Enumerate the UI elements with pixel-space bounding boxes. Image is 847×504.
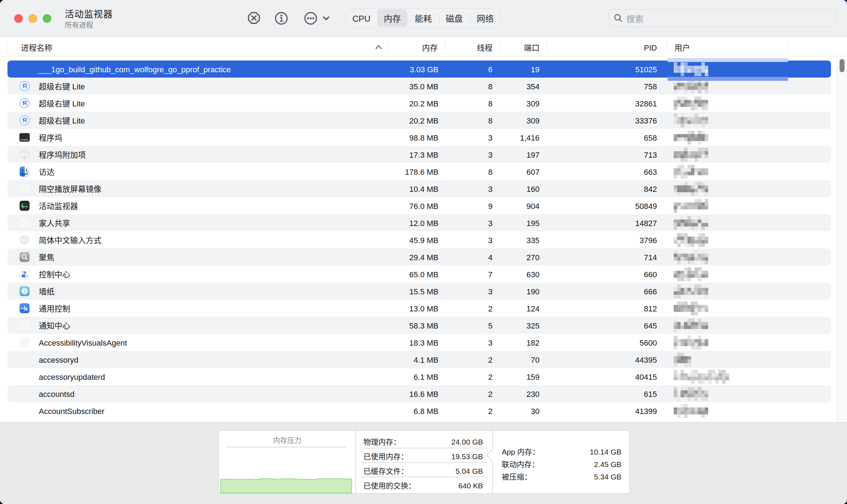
process-memory: 65.0 MB — [409, 266, 438, 283]
tab-cpu[interactable]: CPU — [346, 9, 377, 27]
process-threads: 9 — [488, 197, 493, 214]
process-threads: 3 — [488, 334, 493, 351]
table-row[interactable]: 家人共享 12.0 MB 3 195 14827 — [7, 214, 831, 231]
process-name: 控制中心 — [39, 266, 70, 283]
zoom-window-button[interactable] — [43, 14, 51, 23]
process-ports: 19 — [531, 61, 540, 78]
process-threads: 2 — [488, 385, 493, 402]
process-threads: 8 — [488, 163, 493, 180]
table-row[interactable]: 活动监视器 76.0 MB 9 904 50849 — [7, 197, 831, 214]
process-memory: 6.1 MB — [414, 368, 438, 385]
table-row[interactable]: 程序坞附加项 17.3 MB 3 197 713 — [7, 146, 831, 163]
table-row[interactable]: AccessibilityVisualsAgent 18.3 MB 3 182 … — [7, 334, 831, 351]
view-tabs: CPU 内存 能耗 磁盘 网络 — [346, 8, 501, 28]
process-user-redacted — [674, 387, 708, 403]
table-row[interactable]: 聚焦 29.4 MB 4 270 714 — [7, 248, 831, 266]
table-row[interactable]: 控制中心 65.0 MB 7 630 660 — [7, 266, 831, 283]
process-name: 程序坞 — [39, 129, 62, 146]
table-row[interactable]: 墙纸 15.5 MB 3 190 666 — [7, 283, 831, 300]
more-options-button[interactable] — [302, 10, 335, 26]
inspect-process-button[interactable] — [273, 10, 289, 26]
process-ports: 354 — [526, 78, 540, 95]
tab-memory[interactable]: 内存 — [377, 9, 408, 27]
process-name: 简体中文输入方式 — [39, 231, 101, 248]
stat-swap-used: 已使用的交换：640 KB — [363, 480, 483, 489]
process-threads: 6 — [488, 61, 493, 78]
process-user-redacted — [674, 216, 708, 232]
table-row[interactable]: accountsd 16.6 MB 2 230 615 — [7, 385, 831, 402]
process-memory: 10.4 MB — [409, 180, 438, 197]
process-pid: 5600 — [640, 334, 657, 351]
column-header-memory[interactable]: 内存 — [422, 41, 438, 53]
process-threads: 8 — [488, 78, 493, 95]
process-name: 超级右键 Lite — [39, 112, 85, 129]
table-row[interactable]: 程序坞 98.8 MB 3 1,416 658 — [7, 129, 831, 146]
column-header-threads[interactable]: 线程 — [477, 41, 493, 53]
process-user-redacted — [674, 284, 708, 300]
segment-separator — [439, 14, 440, 23]
column-header-pid[interactable]: PID — [644, 41, 657, 53]
process-pid: 812 — [644, 300, 657, 317]
stat-label: 被压缩： — [502, 471, 532, 482]
quit-process-button[interactable] — [246, 10, 262, 26]
process-threads: 8 — [488, 112, 493, 129]
process-pid: 645 — [644, 317, 657, 334]
process-user-redacted — [674, 182, 708, 198]
process-threads: 2 — [488, 300, 493, 317]
table-row[interactable]: 隔空播放屏幕镜像 10.4 MB 3 160 842 — [7, 180, 831, 197]
process-user-redacted — [674, 62, 708, 78]
table-row[interactable]: 简体中文输入方式 45.9 MB 3 335 3796 — [7, 231, 831, 248]
process-name: 家人共享 — [39, 214, 70, 231]
title-block: 活动监视器 所有进程 — [65, 9, 113, 29]
process-memory: 45.9 MB — [409, 231, 438, 248]
table-row[interactable]: R 超级右键 Lite 20.2 MB 8 309 33376 — [7, 112, 831, 129]
table-row[interactable]: 通用控制 13.0 MB 2 124 812 — [7, 300, 831, 317]
process-ports: 1,416 — [520, 129, 540, 146]
process-ports: 197 — [526, 146, 540, 163]
table-row[interactable]: 访达 178.6 MB 8 607 663 — [7, 163, 831, 180]
column-header-ports[interactable]: 端口 — [524, 41, 540, 53]
table-row[interactable]: accessoryd 4.1 MB 2 70 44395 — [7, 351, 831, 368]
info-icon — [273, 10, 289, 26]
user-column-blur-band-bottom — [668, 77, 788, 81]
minimize-window-button[interactable] — [28, 14, 37, 23]
tab-energy[interactable]: 能耗 — [408, 9, 439, 27]
search-field[interactable]: 搜索 — [609, 9, 836, 27]
process-user-redacted — [674, 336, 708, 351]
segment-label: 网络 — [477, 12, 494, 24]
table-row[interactable]: AccountSubscriber 6.8 MB 2 30 41399 — [7, 402, 831, 419]
stat-value: 19.53 GB — [451, 451, 483, 461]
table-row[interactable]: ___1go_build_github_com_wolfogre_go_ppro… — [7, 61, 831, 78]
scrollbar-thumb[interactable] — [840, 59, 845, 72]
process-ports: 270 — [526, 248, 540, 266]
activity-monitor-icon — [19, 200, 30, 211]
column-header-process-name[interactable]: 进程名称 — [21, 41, 52, 53]
table-row[interactable]: accessoryupdaterd 6.1 MB 2 159 40415 — [7, 368, 831, 385]
process-user-redacted — [674, 370, 729, 385]
column-separator — [7, 40, 7, 53]
process-memory: 13.0 MB — [409, 300, 438, 317]
process-threads: 3 — [488, 231, 493, 248]
process-memory: 15.5 MB — [409, 283, 438, 300]
finder-icon — [19, 166, 30, 177]
process-user-redacted — [674, 79, 708, 95]
close-window-button[interactable] — [14, 14, 23, 23]
process-name: 超级右键 Lite — [39, 95, 85, 112]
process-name: accessoryupdaterd — [39, 368, 105, 385]
chevron-down-icon — [324, 17, 329, 20]
segment-label: 内存 — [384, 12, 401, 24]
process-threads: 5 — [488, 317, 493, 334]
tab-disk[interactable]: 磁盘 — [439, 9, 470, 27]
tab-network[interactable]: 网络 — [470, 9, 501, 27]
column-separator — [388, 40, 389, 53]
process-pid: 14827 — [635, 214, 657, 231]
table-row[interactable]: R 超级右键 Lite 20.2 MB 8 309 32861 — [7, 95, 831, 112]
process-pid: 3796 — [640, 231, 657, 248]
process-ports: 630 — [526, 266, 540, 283]
stat-label: 已缓存文件： — [363, 465, 408, 476]
process-threads: 2 — [488, 351, 493, 368]
column-header-user[interactable]: 用户 — [674, 41, 690, 53]
activity-monitor-window: 活动监视器 所有进程 CPU — [0, 0, 847, 504]
table-row[interactable]: 通知中心 58.3 MB 5 325 645 — [7, 317, 831, 334]
scrollbar-track[interactable] — [837, 57, 847, 422]
